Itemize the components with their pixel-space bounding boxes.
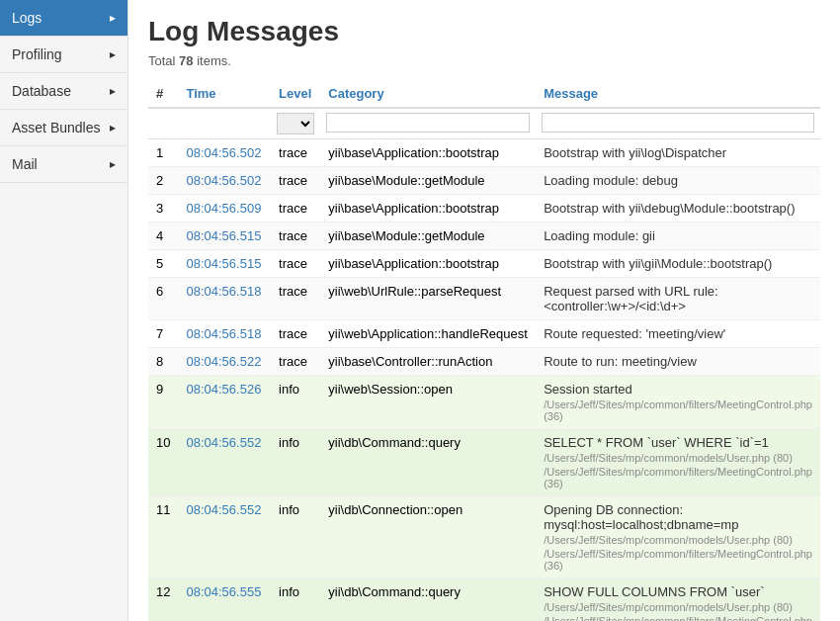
cell-level: info (271, 376, 320, 429)
cell-time: 08:04:56.515 (178, 222, 271, 250)
cell-category: yii\base\Module::getModule (320, 167, 536, 195)
message-sub: /Users/Jeff/Sites/mp/common/filters/Meet… (544, 548, 812, 572)
cell-num: 3 (148, 195, 178, 222)
cell-message: Loading module: gii (536, 222, 820, 250)
cell-level: info (271, 578, 320, 622)
message-sub: /Users/Jeff/Sites/mp/common/models/User.… (544, 452, 812, 464)
cell-message: Route to run: meeting/view (536, 348, 820, 376)
cell-level: trace (271, 195, 320, 222)
table-row: 808:04:56.522traceyii\base\Controller::r… (148, 348, 820, 376)
cell-category: yii\base\Controller::runAction (320, 348, 536, 376)
cell-num: 4 (148, 222, 178, 250)
cell-time: 08:04:56.518 (178, 278, 271, 320)
cell-level: trace (271, 320, 320, 348)
message-main: Route to run: meeting/view (544, 354, 697, 369)
cell-category: yii\web\Session::open (320, 376, 536, 429)
filter-message-cell (536, 108, 820, 139)
col-header-level: Level (271, 80, 320, 108)
cell-message: Session started/Users/Jeff/Sites/mp/comm… (536, 376, 820, 429)
cell-level: trace (271, 250, 320, 278)
table-row: 1208:04:56.555infoyii\db\Command::queryS… (148, 578, 820, 622)
cell-level: trace (271, 278, 320, 320)
cell-time: 08:04:56.515 (178, 250, 271, 278)
cell-message: Bootstrap with yii\gii\Module::bootstrap… (536, 250, 820, 278)
sidebar-item-asset-bundles[interactable]: Asset Bundles ▸ (0, 110, 127, 146)
cell-level: trace (271, 222, 320, 250)
cell-num: 9 (148, 376, 178, 429)
cell-time: 08:04:56.526 (178, 376, 271, 429)
sidebar-item-asset-bundles-label: Asset Bundles (12, 120, 101, 135)
cell-category: yii\db\Command::query (320, 429, 536, 496)
cell-category: yii\web\UrlRule::parseRequest (320, 278, 536, 320)
cell-level: info (271, 429, 320, 496)
sidebar-item-profiling-label: Profiling (12, 46, 62, 62)
table-row: 908:04:56.526infoyii\web\Session::openSe… (148, 376, 820, 429)
message-main: Bootstrap with yii\log\Dispatcher (544, 145, 726, 160)
table-row: 608:04:56.518traceyii\web\UrlRule::parse… (148, 278, 820, 320)
cell-message: Request parsed with URL rule: <controlle… (536, 278, 820, 320)
message-sub: /Users/Jeff/Sites/mp/common/models/User.… (544, 534, 812, 546)
total-info: Total 78 items. (148, 53, 820, 68)
filter-num-cell (148, 108, 178, 139)
total-count: 78 (179, 53, 193, 68)
cell-time: 08:04:56.552 (178, 429, 271, 496)
chevron-right-icon: ▸ (110, 11, 116, 25)
cell-level: trace (271, 167, 320, 195)
cell-category: yii\base\Application::bootstrap (320, 139, 536, 167)
filter-level-cell: trace info warning error (271, 108, 320, 139)
cell-level: info (271, 496, 320, 578)
filter-row: trace info warning error (148, 108, 820, 139)
cell-category: yii\web\Application::handleRequest (320, 320, 536, 348)
category-filter-input[interactable] (326, 113, 530, 133)
cell-category: yii\base\Application::bootstrap (320, 250, 536, 278)
cell-num: 12 (148, 578, 178, 622)
message-main: Loading module: debug (544, 173, 678, 188)
table-header-row: # Time Level Category Message (148, 80, 820, 108)
sidebar-item-logs[interactable]: Logs ▸ (0, 0, 127, 37)
cell-num: 6 (148, 278, 178, 320)
cell-category: yii\db\Command::query (320, 578, 536, 622)
log-table: # Time Level Category Message trace info… (148, 80, 820, 621)
level-filter-select[interactable]: trace info warning error (277, 113, 314, 134)
col-header-message: Message (536, 80, 820, 108)
sidebar-item-mail[interactable]: Mail ▸ (0, 146, 127, 183)
chevron-right-icon: ▸ (110, 84, 116, 98)
cell-num: 5 (148, 250, 178, 278)
cell-message: Route requested: 'meeting/view' (536, 320, 820, 348)
cell-time: 08:04:56.555 (178, 578, 271, 622)
table-row: 708:04:56.518traceyii\web\Application::h… (148, 320, 820, 348)
cell-message: Bootstrap with yii\debug\Module::bootstr… (536, 195, 820, 222)
table-row: 408:04:56.515traceyii\base\Module::getMo… (148, 222, 820, 250)
col-header-time: Time (178, 80, 271, 108)
sidebar-item-database[interactable]: Database ▸ (0, 73, 127, 110)
chevron-right-icon: ▸ (110, 157, 116, 171)
cell-num: 2 (148, 167, 178, 195)
message-main: Bootstrap with yii\gii\Module::bootstrap… (544, 256, 772, 271)
sidebar-item-mail-label: Mail (12, 156, 38, 172)
cell-time: 08:04:56.502 (178, 167, 271, 195)
table-row: 1008:04:56.552infoyii\db\Command::queryS… (148, 429, 820, 496)
cell-time: 08:04:56.502 (178, 139, 271, 167)
message-filter-input[interactable] (542, 113, 814, 133)
cell-time: 08:04:56.522 (178, 348, 271, 376)
message-main: SHOW FULL COLUMNS FROM `user` (544, 584, 764, 599)
cell-num: 1 (148, 139, 178, 167)
message-main: Bootstrap with yii\debug\Module::bootstr… (544, 201, 795, 216)
cell-time: 08:04:56.518 (178, 320, 271, 348)
cell-category: yii\base\Application::bootstrap (320, 195, 536, 222)
chevron-right-icon: ▸ (110, 47, 116, 61)
cell-time: 08:04:56.509 (178, 195, 271, 222)
message-sub: /Users/Jeff/Sites/mp/common/filters/Meet… (544, 399, 812, 422)
table-row: 108:04:56.502traceyii\base\Application::… (148, 139, 820, 167)
message-main: Request parsed with URL rule: <controlle… (544, 284, 718, 313)
sidebar-item-profiling[interactable]: Profiling ▸ (0, 37, 127, 73)
col-header-num: # (148, 80, 178, 108)
main-content: Log Messages Total 78 items. # Time Leve… (128, 0, 840, 621)
chevron-right-icon: ▸ (110, 121, 116, 134)
page-title: Log Messages (148, 16, 820, 47)
cell-message: Opening DB connection: mysql:host=localh… (536, 496, 820, 578)
cell-message: Loading module: debug (536, 167, 820, 195)
total-label: Total (148, 53, 175, 68)
message-main: Loading module: gii (544, 228, 655, 243)
message-sub: /Users/Jeff/Sites/mp/common/filters/Meet… (544, 466, 812, 489)
